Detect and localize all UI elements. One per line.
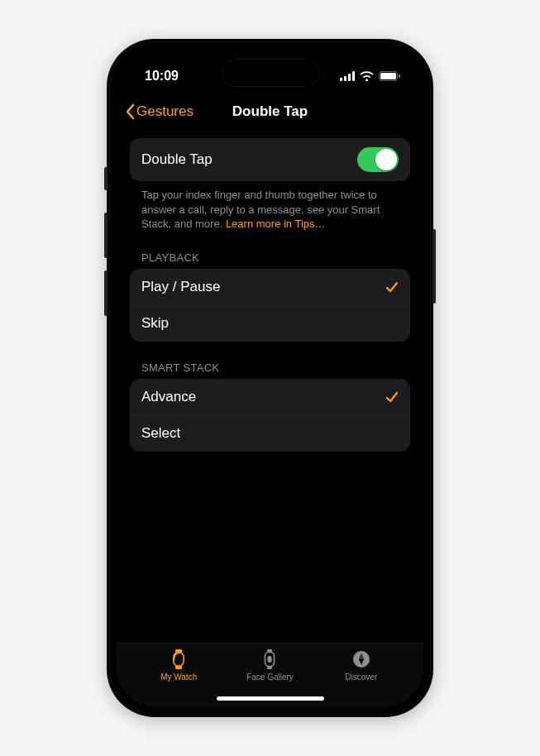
wifi-icon — [360, 71, 374, 81]
main-switch-group: Double Tap — [130, 138, 410, 181]
content: Double Tap Tap your index finger and thu… — [117, 130, 423, 643]
side-button — [104, 167, 108, 190]
double-tap-label: Double Tap — [141, 151, 213, 168]
screen: 10:09 Gestures Double Tap — [117, 49, 423, 707]
face-gallery-icon — [260, 648, 280, 670]
description-text: Tap your index finger and thumb together… — [130, 181, 410, 232]
dynamic-island — [222, 59, 319, 87]
learn-more-link[interactable]: Learn more in Tips… — [226, 218, 326, 230]
tab-my-watch[interactable]: My Watch — [133, 648, 224, 682]
tab-label: My Watch — [160, 672, 197, 682]
playback-play-pause-row[interactable]: Play / Pause — [130, 269, 410, 305]
svg-rect-3 — [352, 71, 355, 81]
status-right — [340, 71, 400, 81]
toggle-knob — [375, 149, 397, 170]
tab-face-gallery[interactable]: Face Gallery — [224, 648, 315, 682]
back-button[interactable]: Gestures — [125, 93, 194, 130]
playback-group: Play / Pause Skip — [130, 269, 410, 342]
row-label: Select — [141, 425, 180, 442]
svg-rect-0 — [340, 78, 342, 81]
svg-rect-5 — [380, 73, 396, 79]
svg-rect-1 — [344, 76, 346, 81]
svg-rect-10 — [267, 649, 272, 652]
svg-rect-6 — [399, 74, 400, 78]
tab-discover[interactable]: Discover — [316, 648, 407, 682]
checkmark-icon — [385, 280, 399, 294]
watch-icon — [169, 648, 189, 670]
smartstack-group: Advance Select — [130, 379, 410, 452]
double-tap-toggle[interactable] — [357, 147, 399, 172]
section-header-smartstack: SMART STACK — [130, 342, 410, 379]
home-indicator[interactable] — [217, 696, 324, 701]
svg-rect-2 — [348, 74, 351, 81]
cellular-icon — [340, 71, 355, 81]
svg-rect-11 — [267, 667, 272, 669]
chevron-left-icon — [125, 103, 135, 120]
row-label: Play / Pause — [141, 279, 220, 295]
tab-label: Discover — [345, 672, 377, 682]
page-title: Double Tap — [232, 103, 308, 120]
side-button — [104, 213, 108, 258]
back-label: Gestures — [136, 103, 194, 120]
smartstack-select-row[interactable]: Select — [130, 415, 410, 452]
battery-icon — [379, 71, 400, 81]
svg-rect-13 — [268, 656, 272, 663]
phone-frame: 10:09 Gestures Double Tap — [107, 39, 433, 717]
checkmark-icon — [385, 390, 399, 404]
playback-skip-row[interactable]: Skip — [130, 305, 410, 342]
side-button — [432, 229, 436, 304]
row-label: Advance — [141, 389, 196, 405]
section-header-playback: PLAYBACK — [130, 232, 410, 269]
nav-bar: Gestures Double Tap — [117, 93, 423, 130]
side-button — [104, 270, 108, 316]
smartstack-advance-row[interactable]: Advance — [130, 379, 410, 415]
compass-icon — [351, 648, 371, 670]
double-tap-row[interactable]: Double Tap — [130, 138, 410, 181]
tab-label: Face Gallery — [246, 672, 294, 682]
status-time: 10:09 — [145, 69, 179, 84]
row-label: Skip — [141, 315, 169, 332]
